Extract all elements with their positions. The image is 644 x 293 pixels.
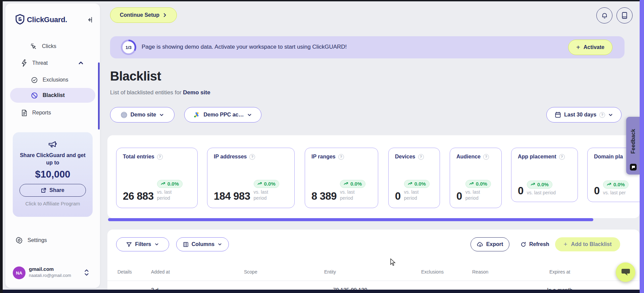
notifications-button[interactable]: [596, 7, 612, 23]
page-title: Blacklist: [110, 69, 161, 84]
stats-panel: Total entries? 26 883 0.0% vs. last peri…: [107, 135, 640, 218]
cloud-download-icon: [477, 242, 483, 247]
chat-launcher-button[interactable]: [616, 262, 635, 282]
column-header-details[interactable]: Details: [117, 269, 132, 275]
book-icon: [622, 12, 628, 19]
cell-entity: 79.135.99.139: [333, 287, 367, 290]
filter-icon: [126, 242, 132, 247]
threat-icon: [21, 59, 28, 67]
sidebar-item-label: Threat: [32, 60, 48, 66]
help-icon: ?: [249, 154, 255, 160]
refresh-button[interactable]: Refresh: [521, 237, 549, 251]
sidebar-item-clicks[interactable]: Clicks: [30, 40, 94, 53]
sidebar-item-threat[interactable]: Threat: [21, 56, 91, 70]
sidebar-item-reports[interactable]: Reports: [21, 106, 91, 119]
affiliate-promo-card[interactable]: Share ClickGuard and get up to $10,000 S…: [13, 132, 93, 217]
sidebar-item-label: Settings: [28, 237, 47, 243]
promo-caption: Click to Affiliate Program: [13, 201, 93, 206]
columns-button[interactable]: Columns: [176, 237, 229, 251]
share-button[interactable]: Share: [19, 184, 86, 197]
help-icon: ?: [559, 154, 565, 160]
columns-icon: [183, 242, 189, 247]
vertical-scrollbar[interactable]: [640, 0, 644, 293]
stat-delta: 0.0%: [613, 182, 625, 187]
stat-delta: 0.0%: [476, 181, 487, 187]
stat-delta: 0.0%: [350, 181, 362, 187]
chevron-down-icon: [159, 112, 164, 117]
sidebar-scrollbar[interactable]: [98, 62, 100, 130]
stat-caption: vs. last period: [404, 189, 426, 201]
stat-value: 0: [395, 191, 401, 201]
feedback-tab[interactable]: Feedback: [626, 117, 640, 175]
filters-button[interactable]: Filters: [116, 237, 169, 251]
page-subtitle: List of blacklisted entities for Demo si…: [110, 89, 210, 96]
document-icon: [21, 109, 28, 116]
bell-icon: [601, 12, 608, 19]
gear-icon: [15, 237, 23, 244]
date-range-selector[interactable]: Last 30 days ?: [546, 107, 622, 123]
column-header-added-at[interactable]: Added at: [151, 269, 170, 275]
activate-button[interactable]: + Activate: [568, 40, 612, 55]
export-button[interactable]: Export: [470, 237, 509, 251]
stat-delta: 0.0%: [264, 181, 276, 187]
external-link-icon: [41, 188, 46, 193]
trend-up-icon: [257, 182, 262, 186]
continue-setup-button[interactable]: Continue Setup: [110, 7, 177, 23]
stat-card-devices: Devices? 0 0.0% vs. last period: [388, 148, 440, 208]
date-range-label: Last 30 days: [564, 112, 596, 118]
sidebar-collapse-icon[interactable]: [87, 16, 94, 23]
sidebar: ClickGuard. Clicks Threat Exclusions Bla…: [5, 3, 100, 288]
stat-value: 8 389: [311, 191, 337, 201]
globe-icon: [120, 111, 128, 118]
account-name: gmail.com: [29, 266, 54, 272]
trend-up-icon: [161, 182, 166, 186]
docs-button[interactable]: [616, 7, 633, 23]
stat-delta: 0.0%: [414, 181, 426, 187]
stat-value: 184 983: [214, 191, 250, 201]
column-header-entity[interactable]: Entity: [324, 269, 336, 275]
column-header-expires-at[interactable]: Expires at: [549, 269, 570, 275]
add-to-blacklist-label: Add to Blacklist: [571, 241, 612, 247]
column-header-reason[interactable]: Reason: [472, 269, 488, 275]
promo-amount: $10,000: [13, 169, 93, 180]
site-selector-label: Demo site: [131, 112, 156, 118]
stat-card-total-entries: Total entries? 26 883 0.0% vs. last peri…: [116, 148, 198, 208]
stat-value: 0: [456, 191, 462, 201]
logo-text: ClickGuard.: [27, 15, 67, 24]
stat-label: Devices: [395, 154, 415, 160]
usersnap-icon: [630, 164, 637, 170]
help-icon: ?: [157, 154, 163, 160]
sidebar-item-settings[interactable]: Settings: [15, 234, 83, 247]
chevron-up-icon: [78, 60, 84, 66]
sidebar-item-exclusions[interactable]: Exclusions: [31, 73, 91, 87]
column-header-scope[interactable]: Scope: [244, 269, 257, 275]
plus-icon: +: [576, 44, 580, 51]
stat-label: Total entries: [123, 154, 154, 160]
site-selector[interactable]: Demo site: [110, 107, 175, 123]
ppc-selector-label: Demo PPC ac…: [203, 112, 244, 118]
clicks-icon: [30, 43, 37, 50]
column-header-exclusions[interactable]: Exclusions: [421, 269, 444, 275]
sidebar-item-blacklist[interactable]: Blacklist: [10, 88, 95, 103]
setup-progress-ring: 1/3: [121, 40, 136, 55]
stat-caption: vs. last period: [254, 189, 276, 201]
continue-setup-label: Continue Setup: [120, 12, 159, 18]
stat-label: IP addresses: [214, 154, 247, 160]
chevron-down-icon: [154, 242, 159, 247]
sidebar-item-label: Exclusions: [43, 77, 68, 83]
chevron-up-down-icon: [84, 268, 89, 277]
clickguard-logo-icon: [15, 14, 24, 25]
chevron-down-icon: [217, 242, 222, 247]
columns-label: Columns: [192, 241, 214, 247]
stat-value: 0: [594, 186, 600, 196]
ppc-account-selector[interactable]: Demo PPC ac…: [184, 107, 261, 123]
help-icon: ?: [418, 154, 424, 160]
add-to-blacklist-button[interactable]: + Add to Blacklist: [555, 237, 620, 251]
stat-caption: vs. last period: [527, 190, 556, 196]
subtitle-prefix: List of blacklisted entities for: [110, 89, 182, 96]
account-switcher[interactable]: NA gmail.com naatali.ro@gmail.com: [5, 265, 100, 284]
subtitle-site: Demo site: [183, 89, 210, 96]
trend-up-icon: [607, 183, 612, 186]
avatar: NA: [13, 266, 26, 279]
horizontal-scrollbar[interactable]: [108, 218, 593, 221]
